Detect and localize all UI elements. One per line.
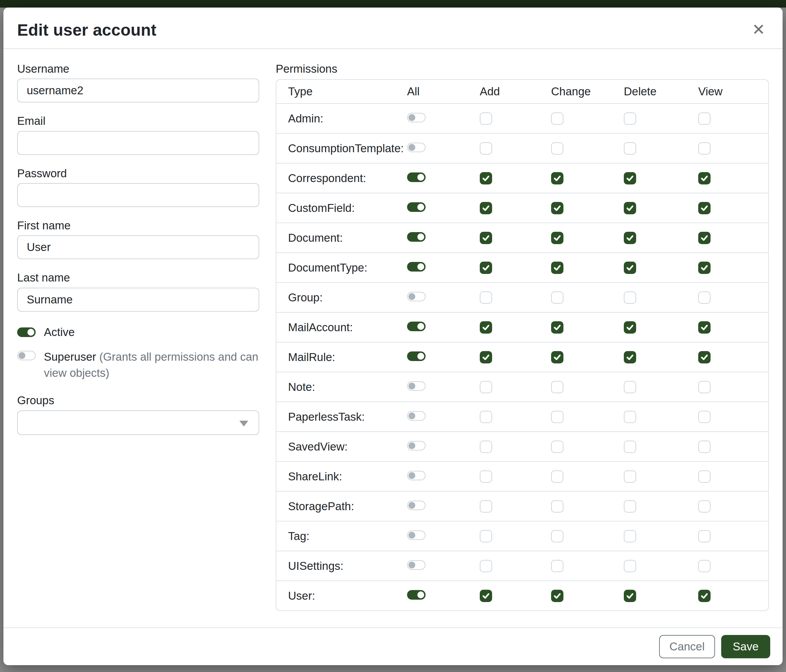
permission-change-checkbox[interactable] [551,291,563,304]
permission-view-checkbox[interactable] [698,500,711,513]
permission-add-checkbox[interactable] [480,142,492,155]
permission-change-checkbox[interactable] [551,530,563,542]
permission-delete-checkbox[interactable] [624,113,636,125]
permission-change-checkbox[interactable] [551,441,563,453]
permission-type-label: SavedView: [277,440,407,453]
permission-change-checkbox[interactable] [551,470,563,483]
permission-change-checkbox[interactable] [551,232,563,244]
email-input[interactable] [17,131,259,155]
permission-add-checkbox[interactable] [480,172,492,184]
permission-view-checkbox[interactable] [698,381,711,393]
permission-change-checkbox[interactable] [551,172,563,184]
cancel-button[interactable]: Cancel [659,635,715,658]
permission-delete-checkbox[interactable] [624,232,636,244]
permission-add-checkbox[interactable] [480,500,492,513]
permission-view-checkbox[interactable] [698,142,711,155]
permission-add-checkbox[interactable] [480,291,492,304]
permission-all-toggle[interactable] [407,262,426,272]
permission-all-toggle[interactable] [407,173,426,182]
permission-change-checkbox[interactable] [551,351,563,363]
permission-change-checkbox[interactable] [551,381,563,393]
email-label: Email [17,115,259,127]
permission-add-checkbox[interactable] [480,530,492,542]
permission-delete-checkbox[interactable] [624,172,636,184]
permission-add-checkbox[interactable] [480,560,492,572]
permission-add-checkbox[interactable] [480,441,492,453]
close-button[interactable]: ✕ [748,19,769,40]
first-name-input[interactable] [17,235,259,259]
permission-all-toggle[interactable] [407,501,426,510]
permission-delete-checkbox[interactable] [624,351,636,363]
permission-add-checkbox[interactable] [480,202,492,214]
permission-change-checkbox[interactable] [551,321,563,334]
permission-row: Tag: [277,521,768,551]
permission-all-toggle[interactable] [407,292,426,301]
permission-all-toggle[interactable] [407,202,426,212]
permission-view-checkbox[interactable] [698,113,711,125]
permission-view-checkbox[interactable] [698,232,711,244]
permission-change-checkbox[interactable] [551,411,563,423]
permission-all-toggle[interactable] [407,352,426,361]
username-input[interactable] [17,79,259,102]
permission-view-checkbox[interactable] [698,291,711,304]
active-toggle[interactable] [17,327,36,337]
permission-all-toggle[interactable] [407,113,426,122]
permission-delete-checkbox[interactable] [624,530,636,542]
password-input[interactable] [17,183,259,207]
permission-view-checkbox[interactable] [698,202,711,214]
permission-all-toggle[interactable] [407,531,426,540]
permission-all-toggle[interactable] [407,143,426,152]
permission-add-checkbox[interactable] [480,351,492,363]
permission-delete-checkbox[interactable] [624,262,636,274]
permission-change-checkbox[interactable] [551,262,563,274]
superuser-toggle[interactable] [17,351,36,360]
permission-view-checkbox[interactable] [698,351,711,363]
permission-add-checkbox[interactable] [480,262,492,274]
permission-all-toggle[interactable] [407,232,426,242]
permission-change-checkbox[interactable] [551,590,563,602]
permission-change-checkbox[interactable] [551,500,563,513]
permission-view-checkbox[interactable] [698,441,711,453]
permission-change-checkbox[interactable] [551,202,563,214]
permission-delete-checkbox[interactable] [624,381,636,393]
permission-delete-checkbox[interactable] [624,560,636,572]
permission-delete-checkbox[interactable] [624,321,636,334]
groups-select[interactable] [17,410,259,435]
permission-delete-checkbox[interactable] [624,500,636,513]
permission-view-checkbox[interactable] [698,590,711,602]
permission-change-checkbox[interactable] [551,560,563,572]
permission-all-toggle[interactable] [407,560,426,570]
permission-add-checkbox[interactable] [480,590,492,602]
permission-delete-checkbox[interactable] [624,441,636,453]
permission-view-checkbox[interactable] [698,321,711,334]
permission-all-toggle[interactable] [407,441,426,451]
permission-all-toggle[interactable] [407,322,426,331]
permission-add-checkbox[interactable] [480,381,492,393]
permission-delete-checkbox[interactable] [624,590,636,602]
permission-add-checkbox[interactable] [480,321,492,334]
permission-change-checkbox[interactable] [551,113,563,125]
permission-view-checkbox[interactable] [698,530,711,542]
permission-add-checkbox[interactable] [480,232,492,244]
permission-delete-checkbox[interactable] [624,470,636,483]
permission-view-checkbox[interactable] [698,262,711,274]
permission-delete-checkbox[interactable] [624,291,636,304]
check-icon [553,353,562,362]
permission-view-checkbox[interactable] [698,172,711,184]
permission-delete-checkbox[interactable] [624,202,636,214]
permission-view-checkbox[interactable] [698,560,711,572]
permission-view-checkbox[interactable] [698,411,711,423]
permission-all-toggle[interactable] [407,411,426,421]
permission-view-checkbox[interactable] [698,470,711,483]
permission-delete-checkbox[interactable] [624,411,636,423]
permission-all-toggle[interactable] [407,471,426,480]
permission-add-checkbox[interactable] [480,470,492,483]
permission-all-toggle[interactable] [407,590,426,600]
last-name-input[interactable] [17,288,259,312]
permission-all-toggle[interactable] [407,381,426,391]
permission-delete-checkbox[interactable] [624,142,636,155]
save-button[interactable]: Save [721,635,770,658]
permission-add-checkbox[interactable] [480,411,492,423]
permission-change-checkbox[interactable] [551,142,563,155]
permission-add-checkbox[interactable] [480,113,492,125]
